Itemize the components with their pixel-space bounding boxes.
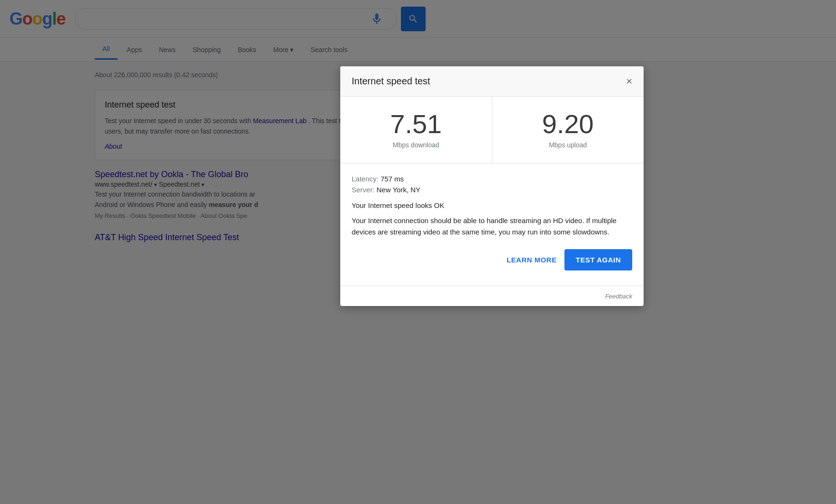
speed-metrics: 7.51 Mbps download 9.20 Mbps upload: [340, 97, 644, 163]
modal-footer: Feedback: [340, 286, 644, 306]
upload-label: Mbps upload: [502, 141, 635, 149]
server-row: Server: New York, NY: [352, 186, 632, 194]
learn-more-button[interactable]: LEARN MORE: [507, 256, 557, 264]
close-button[interactable]: ×: [626, 76, 632, 87]
latency-value: 757 ms: [381, 175, 404, 183]
modal-title: Internet speed test: [352, 76, 430, 87]
download-label: Mbps download: [350, 141, 482, 149]
status-message: Your Internet speed looks OK: [352, 201, 632, 209]
download-metric: 7.51 Mbps download: [340, 97, 492, 163]
feedback-link[interactable]: Feedback: [605, 293, 632, 300]
server-label: Server:: [352, 186, 374, 194]
latency-label: Latency:: [352, 175, 379, 183]
server-value: New York, NY: [377, 186, 421, 194]
modal-header: Internet speed test ×: [340, 66, 644, 97]
modal-actions: LEARN MORE TEST AGAIN: [352, 249, 632, 274]
speed-test-modal: Internet speed test × 7.51 Mbps download…: [340, 66, 644, 306]
upload-value: 9.20: [502, 111, 635, 137]
description-text: Your Internet connection should be able …: [352, 215, 632, 238]
download-value: 7.51: [350, 111, 482, 137]
test-again-button[interactable]: TEST AGAIN: [564, 249, 632, 270]
modal-details: Latency: 757 ms Server: New York, NY You…: [340, 163, 644, 286]
latency-row: Latency: 757 ms: [352, 175, 632, 183]
upload-metric: 9.20 Mbps upload: [492, 97, 644, 163]
